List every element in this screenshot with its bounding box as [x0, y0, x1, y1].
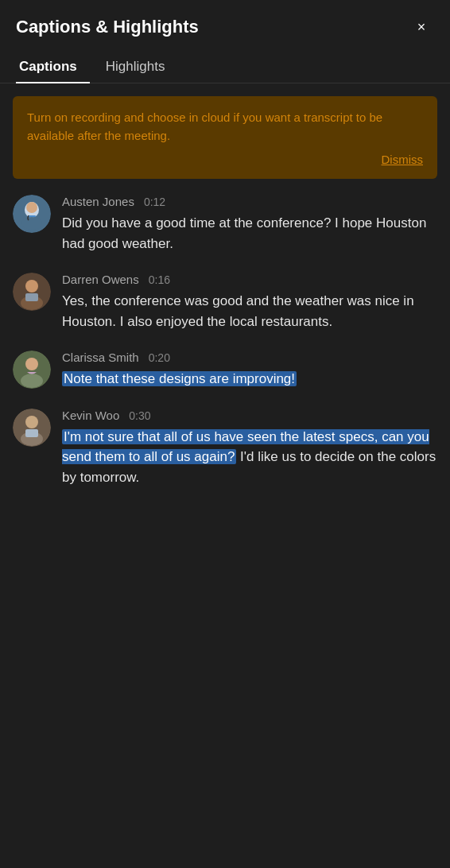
svg-point-6 [25, 280, 38, 293]
message-content: Kevin Woo 0:30 I'm not sure that all of … [62, 409, 437, 488]
message-text: I'm not sure that all of us have seen th… [62, 427, 437, 488]
message-text: Note that these designs are improving! [62, 369, 437, 389]
avatar [13, 195, 51, 233]
svg-point-13 [25, 416, 38, 428]
svg-point-11 [21, 374, 43, 388]
message-time: 0:12 [144, 196, 165, 208]
message-meta: Kevin Woo 0:30 [62, 409, 437, 422]
recording-banner: Turn on recording and choose in cloud if… [13, 96, 437, 179]
message-meta: Clarissa Smith 0:20 [62, 351, 437, 364]
message-meta: Austen Jones 0:12 [62, 195, 437, 208]
header: Captions & Highlights × [0, 0, 450, 51]
page-title: Captions & Highlights [16, 17, 199, 37]
table-row: Kevin Woo 0:30 I'm not sure that all of … [13, 409, 437, 488]
messages-list: Austen Jones 0:12 Did you have a good ti… [0, 195, 450, 487]
table-row: Austen Jones 0:12 Did you have a good ti… [13, 195, 437, 254]
message-content: Darren Owens 0:16 Yes, the conference wa… [62, 273, 437, 331]
message-text: Did you have a good time at the conferen… [62, 213, 437, 254]
message-time: 0:20 [149, 351, 170, 364]
close-button[interactable]: × [409, 14, 434, 40]
message-sender: Kevin Woo [62, 409, 119, 422]
svg-rect-8 [25, 293, 38, 301]
message-content: Austen Jones 0:12 Did you have a good ti… [62, 195, 437, 254]
tab-captions[interactable]: Captions [16, 51, 90, 83]
svg-rect-15 [25, 429, 38, 437]
message-text: Yes, the conference was good and the wea… [62, 291, 437, 331]
table-row: Darren Owens 0:16 Yes, the conference wa… [13, 273, 437, 331]
message-sender: Darren Owens [62, 273, 139, 286]
message-meta: Darren Owens 0:16 [62, 273, 437, 286]
avatar [13, 351, 51, 389]
message-time: 0:30 [129, 409, 150, 422]
message-sender: Clarissa Smith [62, 351, 139, 364]
tabs-container: Captions Highlights [0, 51, 450, 83]
banner-text: Turn on recording and choose in cloud if… [27, 109, 423, 145]
tab-highlights[interactable]: Highlights [103, 51, 178, 83]
svg-point-4 [21, 217, 42, 230]
svg-point-10 [25, 358, 38, 370]
message-content: Clarissa Smith 0:20 Note that these desi… [62, 351, 437, 389]
dismiss-button[interactable]: Dismiss [27, 153, 423, 166]
message-time: 0:16 [149, 273, 170, 286]
message-sender: Austen Jones [62, 195, 134, 208]
avatar [13, 409, 51, 447]
avatar [13, 273, 51, 311]
svg-point-2 [26, 202, 37, 213]
highlighted-text: Note that these designs are improving! [62, 371, 297, 386]
table-row: Clarissa Smith 0:20 Note that these desi… [13, 351, 437, 389]
